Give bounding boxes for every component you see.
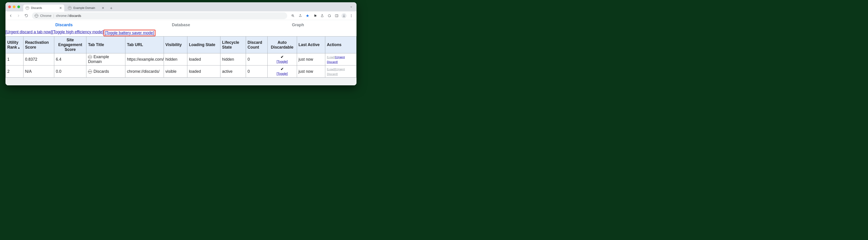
tab-title: Example Domain bbox=[73, 6, 95, 9]
cell-title: Example Domain bbox=[86, 53, 125, 65]
col-tab-title[interactable]: Tab Title bbox=[86, 36, 125, 53]
close-tab-icon[interactable]: ✕ bbox=[102, 6, 104, 9]
col-lifecycle-state[interactable]: Lifecycle State bbox=[220, 36, 246, 53]
toggle-auto-discardable-link[interactable]: [Toggle] bbox=[277, 60, 288, 63]
omnibox-path: discards bbox=[69, 14, 81, 18]
cell-lifecycle: active bbox=[220, 65, 246, 78]
svg-point-8 bbox=[351, 15, 352, 16]
cell-last-active: just now bbox=[297, 53, 325, 65]
close-tab-icon[interactable]: ✕ bbox=[59, 6, 62, 9]
cell-rank: 1 bbox=[6, 53, 24, 65]
load-action-link: [Load] bbox=[327, 55, 335, 59]
nav-graph[interactable]: Graph bbox=[240, 23, 356, 27]
action-links-row: [Urgent discard a tab now][Toggle high e… bbox=[5, 30, 356, 36]
col-utility-rank[interactable]: Utility Rank▲ bbox=[6, 36, 24, 53]
maximize-window-button[interactable] bbox=[17, 5, 20, 8]
table-row: 2N/A0.0Discardschrome://discards/visible… bbox=[6, 65, 356, 78]
load-action-link: [Load] bbox=[327, 67, 335, 71]
table-header-row: Utility Rank▲ Reactivation Score Site En… bbox=[6, 36, 356, 53]
cell-reactivation: N/A bbox=[24, 65, 54, 78]
page-content: Discards Database Graph [Urgent discard … bbox=[5, 20, 356, 85]
col-reactivation-score[interactable]: Reactivation Score bbox=[24, 36, 54, 53]
cell-auto-discardable: ✔[Toggle] bbox=[268, 65, 297, 78]
table-row: 10.83726.4Example Domainhttps://example.… bbox=[6, 53, 356, 65]
cell-rank: 2 bbox=[6, 65, 24, 78]
col-last-active[interactable]: Last Active bbox=[297, 36, 325, 53]
col-loading-state[interactable]: Loading State bbox=[187, 36, 220, 53]
page-footer-bar bbox=[5, 78, 356, 85]
avatar-icon bbox=[341, 13, 346, 18]
minimize-window-button[interactable] bbox=[13, 5, 16, 8]
cell-last-active: just now bbox=[297, 65, 325, 78]
new-tab-button[interactable]: ＋ bbox=[108, 5, 115, 11]
col-tab-url[interactable]: Tab URL bbox=[125, 36, 164, 53]
bookmark-star-icon[interactable]: ★ bbox=[304, 12, 311, 19]
check-icon: ✔ bbox=[269, 67, 295, 71]
svg-point-9 bbox=[351, 17, 352, 17]
cell-url: chrome://discards/ bbox=[125, 65, 164, 78]
sort-asc-icon: ▲ bbox=[18, 46, 20, 49]
cell-engagement: 0.0 bbox=[54, 65, 86, 78]
toggle-battery-saver-link[interactable]: [Toggle battery saver mode] bbox=[105, 31, 154, 35]
cell-loading: loaded bbox=[187, 53, 220, 65]
col-discard-count[interactable]: Discard Count bbox=[246, 36, 268, 53]
globe-icon bbox=[88, 69, 92, 74]
cell-title: Discards bbox=[86, 65, 125, 78]
cell-url: https://example.com/ bbox=[125, 53, 164, 65]
back-button[interactable] bbox=[7, 12, 14, 19]
address-bar[interactable]: Chrome | chrome://discards bbox=[32, 12, 287, 19]
window-controls bbox=[7, 2, 22, 11]
browser-tab-active[interactable]: Discards ✕ bbox=[23, 5, 64, 11]
globe-icon bbox=[35, 14, 38, 18]
col-visibility[interactable]: Visibility bbox=[164, 36, 187, 53]
tab-title: Discards bbox=[31, 6, 42, 9]
side-panel-icon[interactable] bbox=[333, 12, 340, 19]
discards-table: Utility Rank▲ Reactivation Score Site En… bbox=[5, 36, 356, 78]
nav-discards[interactable]: Discards bbox=[5, 23, 122, 27]
toolbar-right: ★ bbox=[289, 12, 355, 19]
omnibox-prefix: Chrome bbox=[40, 14, 52, 18]
svg-point-7 bbox=[351, 14, 352, 15]
tab-strip: Discards ✕ Example Domain ✕ ＋ bbox=[5, 2, 356, 11]
cell-visibility: hidden bbox=[164, 53, 187, 65]
toggle-high-efficiency-link[interactable]: [Toggle high efficiency mode] bbox=[52, 30, 103, 36]
cell-visibility: visible bbox=[164, 65, 187, 78]
col-actions[interactable]: Actions bbox=[325, 36, 356, 53]
zoom-icon[interactable] bbox=[289, 12, 296, 19]
highlighted-action: [Toggle battery saver mode] bbox=[103, 30, 155, 36]
omnibox-separator: | bbox=[53, 14, 54, 18]
profile-button[interactable] bbox=[341, 12, 347, 19]
tab-overflow-button[interactable] bbox=[350, 5, 353, 8]
cell-actions: [Load][Urgent Discard] bbox=[325, 65, 356, 78]
menu-button[interactable] bbox=[348, 12, 355, 19]
cell-actions: [Load][Urgent Discard] bbox=[325, 53, 356, 65]
labs-icon[interactable] bbox=[319, 12, 326, 19]
page-nav: Discards Database Graph bbox=[5, 20, 356, 30]
cell-engagement: 6.4 bbox=[54, 53, 86, 65]
toolbar: Chrome | chrome://discards ★ bbox=[5, 11, 356, 20]
forward-button[interactable] bbox=[15, 12, 22, 19]
svg-point-6 bbox=[343, 14, 345, 16]
close-window-button[interactable] bbox=[8, 5, 11, 8]
browser-window: Discards ✕ Example Domain ✕ ＋ Chrome | bbox=[5, 2, 356, 85]
extensions-icon[interactable] bbox=[311, 12, 318, 19]
col-site-engagement[interactable]: Site Engagement Score bbox=[54, 36, 86, 53]
share-icon[interactable] bbox=[297, 12, 304, 19]
col-auto-discardable[interactable]: Auto Discardable bbox=[268, 36, 297, 53]
cell-lifecycle: hidden bbox=[220, 53, 246, 65]
globe-icon bbox=[68, 6, 71, 10]
toggle-auto-discardable-link[interactable]: [Toggle] bbox=[277, 72, 288, 76]
cell-discard-count: 0 bbox=[246, 65, 268, 78]
cell-loading: loaded bbox=[187, 65, 220, 78]
globe-icon bbox=[88, 55, 92, 59]
svg-rect-4 bbox=[335, 14, 338, 17]
cell-reactivation: 0.8372 bbox=[24, 53, 54, 65]
reload-button[interactable] bbox=[23, 12, 30, 19]
nav-database[interactable]: Database bbox=[122, 23, 239, 27]
sync-icon[interactable] bbox=[326, 12, 333, 19]
browser-tab[interactable]: Example Domain ✕ bbox=[66, 5, 107, 11]
urgent-discard-link[interactable]: [Urgent discard a tab now] bbox=[5, 30, 52, 36]
omnibox-host: chrome:// bbox=[56, 14, 69, 18]
cell-auto-discardable: ✔[Toggle] bbox=[268, 53, 297, 65]
svg-line-1 bbox=[293, 16, 294, 17]
